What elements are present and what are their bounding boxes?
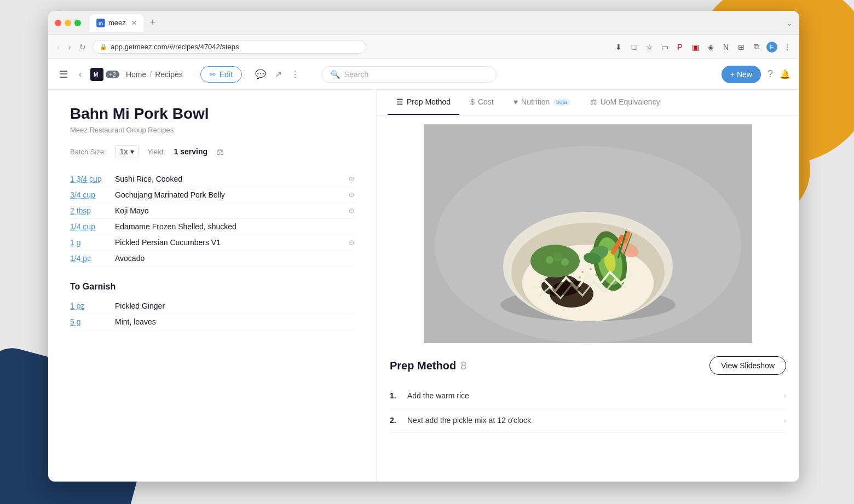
window-maximize-icon[interactable]: ⌄ xyxy=(786,19,793,27)
lock-icon: 🔒 xyxy=(100,43,107,50)
extension-red-icon[interactable]: ▣ xyxy=(690,42,701,53)
edit-btn-label: Edit xyxy=(220,70,233,79)
back-nav-btn[interactable]: ‹ xyxy=(55,40,62,54)
garnish-row-0: 1 oz Pickled Ginger xyxy=(70,298,354,314)
search-box[interactable]: 🔍 Search xyxy=(321,66,497,83)
tab-prep-method-label: Prep Method xyxy=(407,97,451,106)
star-icon[interactable]: ☆ xyxy=(644,42,655,53)
maximize-button[interactable] xyxy=(74,20,81,26)
pinterest-icon[interactable]: P xyxy=(674,42,685,53)
recipe-source: Meez Restaurant Group Recipes xyxy=(70,126,354,134)
svg-point-16 xyxy=(549,263,556,270)
tab-close-btn[interactable]: ✕ xyxy=(131,19,137,27)
tare-scale-icon[interactable]: ⚖ xyxy=(216,147,224,157)
edit-button[interactable]: ✏ Edit xyxy=(200,66,242,83)
user-avatar-browser[interactable]: E xyxy=(766,42,777,53)
refresh-btn[interactable]: ↻ xyxy=(77,40,88,54)
tab-nutrition-label: Nutrition xyxy=(521,97,550,106)
ingredient-dropdown-0[interactable]: ⊙ xyxy=(349,175,354,183)
recipe-tabs: ☰ Prep Method $ Cost ♥ Nutrition beta ⚖ xyxy=(377,90,799,115)
batch-size-value: 1x xyxy=(120,147,128,156)
svg-text:M: M xyxy=(94,72,98,78)
breadcrumb-home[interactable]: Home xyxy=(126,70,146,79)
svg-point-14 xyxy=(553,252,562,261)
tab-cost[interactable]: $ Cost xyxy=(461,90,503,115)
ingredient-qty-3: 1/4 cup xyxy=(70,222,108,231)
minimize-button[interactable] xyxy=(65,20,71,26)
close-button[interactable] xyxy=(55,20,61,26)
garnish-qty-0: 1 oz xyxy=(70,302,108,310)
back-btn[interactable]: ‹ xyxy=(77,67,84,82)
download-icon[interactable]: ⬇ xyxy=(613,42,624,53)
tab-uom[interactable]: ⚖ UoM Equivalency xyxy=(581,90,669,115)
notification-icon[interactable]: 🔔 xyxy=(780,69,790,79)
garnish-row-1: 5 g Mint, leaves xyxy=(70,314,354,330)
ingredient-name-0: Sushi Rice, Cooked xyxy=(115,175,342,183)
cast-icon[interactable]: ▭ xyxy=(659,42,670,53)
ingredient-qty-0: 1 3/4 cup xyxy=(70,175,108,183)
more-options-icon[interactable]: ⋮ xyxy=(782,42,793,53)
ingredient-dropdown-1[interactable]: ⊙ xyxy=(349,191,354,199)
ingredient-row-2: 2 tbsp Koji Mayo ⊙ xyxy=(70,203,354,219)
extensions-icon[interactable]: ⧉ xyxy=(751,42,762,53)
address-bar: ‹ › ↻ 🔒 app.getmeez.com/#/recipes/47042/… xyxy=(48,35,799,59)
forward-nav-btn[interactable]: › xyxy=(66,40,73,54)
app-content: ☰ ‹ M +2 Home / Recipes ✏ Edit 💬 ↗ ⋮ xyxy=(48,59,799,482)
ingredient-qty-5: 1/4 pc xyxy=(70,254,108,263)
step-text-1: Add the warm rice xyxy=(407,391,777,400)
step-expand-1[interactable]: › xyxy=(783,391,786,400)
ingredient-dropdown-4[interactable]: ⊙ xyxy=(349,239,354,246)
title-bar: m meez ✕ + ⌄ xyxy=(48,11,799,35)
browser-window: m meez ✕ + ⌄ ‹ › ↻ 🔒 app.getmeez.com/#/r… xyxy=(48,11,799,482)
step-expand-2[interactable]: › xyxy=(783,416,786,425)
tab-nutrition[interactable]: ♥ Nutrition beta xyxy=(505,90,579,115)
ingredient-qty-2: 2 tbsp xyxy=(70,206,108,215)
user-count-badge: +2 xyxy=(106,71,119,78)
yield-value: 1 serving xyxy=(174,147,207,156)
ingredient-row-4: 1 g Pickled Persian Cucumbers V1 ⊙ xyxy=(70,235,354,251)
extension-shield-icon[interactable]: ◈ xyxy=(705,42,716,53)
yield-label: Yield: xyxy=(148,148,165,156)
svg-point-26 xyxy=(595,274,597,276)
beta-badge: beta xyxy=(553,99,570,106)
tab-favicon: m xyxy=(96,19,105,27)
svg-text:m: m xyxy=(99,21,103,26)
breadcrumb-separator: / xyxy=(149,70,152,79)
ingredient-row-1: 3/4 cup Gochujang Marinated Pork Belly ⊙ xyxy=(70,187,354,203)
tab-cost-label: Cost xyxy=(478,97,494,106)
ingredient-dropdown-2[interactable]: ⊙ xyxy=(349,207,354,215)
ingredient-row-3: 1/4 cup Edamame Frozen Shelled, shucked xyxy=(70,219,354,235)
comment-icon[interactable]: 💬 xyxy=(253,67,268,82)
extension-grid-icon[interactable]: ⊞ xyxy=(736,42,747,53)
url-text: app.getmeez.com/#/recipes/47042/steps xyxy=(111,43,239,51)
address-input[interactable]: 🔒 app.getmeez.com/#/recipes/47042/steps xyxy=(93,40,366,54)
hamburger-menu-btn[interactable]: ☰ xyxy=(57,66,70,83)
garnish-section-label: To Garnish xyxy=(70,282,354,292)
more-options-topbar-icon[interactable]: ⋮ xyxy=(288,67,302,82)
tab-prep-method[interactable]: ☰ Prep Method xyxy=(388,90,459,115)
list-icon: ☰ xyxy=(396,97,403,106)
breadcrumb-recipes[interactable]: Recipes xyxy=(155,70,183,79)
browser-tab[interactable]: m meez ✕ xyxy=(90,14,143,32)
step-num-2: 2. xyxy=(390,416,401,425)
new-tab-btn[interactable]: + xyxy=(150,17,156,28)
svg-point-12 xyxy=(530,245,580,277)
new-button[interactable]: + New xyxy=(722,66,761,83)
plus-icon: + xyxy=(730,70,735,79)
share-icon[interactable]: ↗ xyxy=(273,67,284,82)
ingredient-row-0: 1 3/4 cup Sushi Rice, Cooked ⊙ xyxy=(70,171,354,187)
bookmark-add-icon[interactable]: □ xyxy=(628,42,639,53)
garnish-name-1: Mint, leaves xyxy=(115,317,354,326)
ingredient-qty-1: 3/4 cup xyxy=(70,190,108,199)
ingredient-name-5: Avocado xyxy=(115,254,354,263)
ingredient-name-3: Edamame Frozen Shelled, shucked xyxy=(115,222,354,231)
svg-point-13 xyxy=(546,256,553,264)
edit-pencil-icon: ✏ xyxy=(210,70,216,79)
batch-size-select[interactable]: 1x ▾ xyxy=(115,145,139,158)
ingredient-row-5: 1/4 pc Avocado xyxy=(70,251,354,267)
garnish-name-0: Pickled Ginger xyxy=(115,302,354,310)
view-slideshow-button[interactable]: View Slideshow xyxy=(709,356,786,375)
help-icon[interactable]: ? xyxy=(768,68,773,80)
extension-n-icon[interactable]: N xyxy=(720,42,731,53)
left-panel: Bahn Mi Pork Bowl Meez Restaurant Group … xyxy=(48,90,377,482)
